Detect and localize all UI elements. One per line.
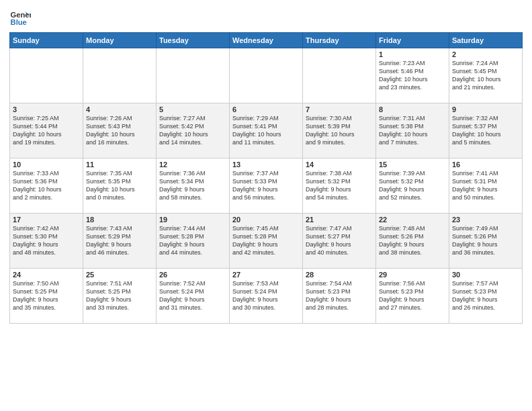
week-row-5: 24Sunrise: 7:50 AM Sunset: 5:25 PM Dayli… bbox=[10, 269, 523, 324]
day-number: 3 bbox=[13, 105, 80, 113]
day-number: 28 bbox=[306, 271, 373, 279]
calendar-cell: 8Sunrise: 7:31 AM Sunset: 5:38 PM Daylig… bbox=[376, 103, 449, 158]
calendar-cell: 11Sunrise: 7:35 AM Sunset: 5:35 PM Dayli… bbox=[83, 158, 157, 214]
day-number: 26 bbox=[159, 271, 226, 279]
day-info: Sunrise: 7:41 AM Sunset: 5:31 PM Dayligh… bbox=[452, 169, 519, 202]
day-info: Sunrise: 7:57 AM Sunset: 5:23 PM Dayligh… bbox=[452, 279, 519, 312]
svg-text:Blue: Blue bbox=[11, 18, 27, 26]
calendar-cell: 18Sunrise: 7:43 AM Sunset: 5:29 PM Dayli… bbox=[83, 214, 157, 269]
day-info: Sunrise: 7:26 AM Sunset: 5:43 PM Dayligh… bbox=[86, 114, 153, 147]
calendar-cell: 3Sunrise: 7:25 AM Sunset: 5:44 PM Daylig… bbox=[10, 103, 83, 158]
day-info: Sunrise: 7:51 AM Sunset: 5:25 PM Dayligh… bbox=[86, 279, 153, 312]
weekday-header-sunday: Sunday bbox=[10, 33, 83, 48]
calendar-cell: 20Sunrise: 7:45 AM Sunset: 5:28 PM Dayli… bbox=[230, 214, 303, 269]
day-info: Sunrise: 7:45 AM Sunset: 5:28 PM Dayligh… bbox=[232, 224, 300, 257]
calendar-cell: 5Sunrise: 7:27 AM Sunset: 5:42 PM Daylig… bbox=[157, 103, 230, 158]
page: General Blue SundayMondayTuesdayWednesda… bbox=[0, 0, 532, 411]
day-number: 4 bbox=[86, 105, 153, 113]
day-info: Sunrise: 7:36 AM Sunset: 5:34 PM Dayligh… bbox=[159, 169, 226, 202]
calendar-cell: 27Sunrise: 7:53 AM Sunset: 5:24 PM Dayli… bbox=[230, 269, 303, 324]
calendar-cell: 10Sunrise: 7:33 AM Sunset: 5:36 PM Dayli… bbox=[10, 158, 83, 214]
day-number: 17 bbox=[13, 216, 80, 224]
calendar-cell: 13Sunrise: 7:37 AM Sunset: 5:33 PM Dayli… bbox=[230, 158, 303, 214]
weekday-header-wednesday: Wednesday bbox=[230, 33, 303, 48]
calendar-cell: 24Sunrise: 7:50 AM Sunset: 5:25 PM Dayli… bbox=[10, 269, 83, 324]
day-info: Sunrise: 7:31 AM Sunset: 5:38 PM Dayligh… bbox=[379, 114, 446, 147]
day-number: 29 bbox=[379, 271, 446, 279]
day-info: Sunrise: 7:35 AM Sunset: 5:35 PM Dayligh… bbox=[86, 169, 153, 202]
day-number: 25 bbox=[86, 271, 153, 279]
day-info: Sunrise: 7:47 AM Sunset: 5:27 PM Dayligh… bbox=[306, 224, 373, 257]
day-number: 19 bbox=[159, 216, 226, 224]
calendar-cell: 15Sunrise: 7:39 AM Sunset: 5:32 PM Dayli… bbox=[376, 158, 449, 214]
day-number: 27 bbox=[232, 271, 300, 279]
day-number: 13 bbox=[232, 161, 300, 169]
day-info: Sunrise: 7:43 AM Sunset: 5:29 PM Dayligh… bbox=[86, 224, 153, 257]
day-info: Sunrise: 7:30 AM Sunset: 5:39 PM Dayligh… bbox=[306, 114, 373, 147]
day-info: Sunrise: 7:44 AM Sunset: 5:28 PM Dayligh… bbox=[159, 224, 226, 257]
day-info: Sunrise: 7:23 AM Sunset: 5:46 PM Dayligh… bbox=[379, 59, 446, 92]
day-info: Sunrise: 7:29 AM Sunset: 5:41 PM Dayligh… bbox=[232, 114, 300, 147]
day-info: Sunrise: 7:32 AM Sunset: 5:37 PM Dayligh… bbox=[452, 114, 519, 147]
day-number: 9 bbox=[452, 105, 519, 113]
day-info: Sunrise: 7:27 AM Sunset: 5:42 PM Dayligh… bbox=[159, 114, 226, 147]
day-number: 21 bbox=[306, 216, 373, 224]
day-number: 30 bbox=[452, 271, 519, 279]
logo-icon: General Blue bbox=[9, 7, 31, 28]
calendar-cell: 28Sunrise: 7:54 AM Sunset: 5:23 PM Dayli… bbox=[303, 269, 376, 324]
weekday-header-row: SundayMondayTuesdayWednesdayThursdayFrid… bbox=[10, 33, 523, 48]
calendar-cell: 26Sunrise: 7:52 AM Sunset: 5:24 PM Dayli… bbox=[157, 269, 230, 324]
day-info: Sunrise: 7:37 AM Sunset: 5:33 PM Dayligh… bbox=[232, 169, 300, 202]
weekday-header-monday: Monday bbox=[83, 33, 157, 48]
day-number: 5 bbox=[159, 105, 226, 113]
calendar-cell: 19Sunrise: 7:44 AM Sunset: 5:28 PM Dayli… bbox=[157, 214, 230, 269]
day-info: Sunrise: 7:49 AM Sunset: 5:26 PM Dayligh… bbox=[452, 224, 519, 257]
weekday-header-friday: Friday bbox=[376, 33, 449, 48]
calendar-cell: 4Sunrise: 7:26 AM Sunset: 5:43 PM Daylig… bbox=[83, 103, 157, 158]
weekday-header-thursday: Thursday bbox=[303, 33, 376, 48]
calendar-cell: 22Sunrise: 7:48 AM Sunset: 5:26 PM Dayli… bbox=[376, 214, 449, 269]
day-info: Sunrise: 7:50 AM Sunset: 5:25 PM Dayligh… bbox=[13, 279, 80, 312]
calendar-cell: 23Sunrise: 7:49 AM Sunset: 5:26 PM Dayli… bbox=[449, 214, 523, 269]
day-info: Sunrise: 7:48 AM Sunset: 5:26 PM Dayligh… bbox=[379, 224, 446, 257]
day-info: Sunrise: 7:54 AM Sunset: 5:23 PM Dayligh… bbox=[306, 279, 373, 312]
day-number: 11 bbox=[86, 161, 153, 169]
week-row-4: 17Sunrise: 7:42 AM Sunset: 5:30 PM Dayli… bbox=[10, 214, 523, 269]
weekday-header-saturday: Saturday bbox=[449, 33, 523, 48]
day-number: 1 bbox=[379, 50, 446, 58]
svg-text:General: General bbox=[11, 11, 31, 19]
calendar-cell: 14Sunrise: 7:38 AM Sunset: 5:32 PM Dayli… bbox=[303, 158, 376, 214]
calendar-cell: 17Sunrise: 7:42 AM Sunset: 5:30 PM Dayli… bbox=[10, 214, 83, 269]
day-info: Sunrise: 7:38 AM Sunset: 5:32 PM Dayligh… bbox=[306, 169, 373, 202]
weekday-header-tuesday: Tuesday bbox=[157, 33, 230, 48]
day-number: 24 bbox=[13, 271, 80, 279]
calendar-cell: 12Sunrise: 7:36 AM Sunset: 5:34 PM Dayli… bbox=[157, 158, 230, 214]
day-info: Sunrise: 7:56 AM Sunset: 5:23 PM Dayligh… bbox=[379, 279, 446, 312]
calendar-cell bbox=[10, 48, 83, 103]
week-row-1: 1Sunrise: 7:23 AM Sunset: 5:46 PM Daylig… bbox=[10, 48, 523, 103]
week-row-3: 10Sunrise: 7:33 AM Sunset: 5:36 PM Dayli… bbox=[10, 158, 523, 214]
header-area: General Blue bbox=[9, 7, 523, 28]
calendar-cell: 6Sunrise: 7:29 AM Sunset: 5:41 PM Daylig… bbox=[230, 103, 303, 158]
calendar-cell: 30Sunrise: 7:57 AM Sunset: 5:23 PM Dayli… bbox=[449, 269, 523, 324]
day-number: 14 bbox=[306, 161, 373, 169]
day-number: 15 bbox=[379, 161, 446, 169]
week-row-2: 3Sunrise: 7:25 AM Sunset: 5:44 PM Daylig… bbox=[10, 103, 523, 158]
calendar-cell: 16Sunrise: 7:41 AM Sunset: 5:31 PM Dayli… bbox=[449, 158, 523, 214]
day-number: 18 bbox=[86, 216, 153, 224]
calendar-table: SundayMondayTuesdayWednesdayThursdayFrid… bbox=[9, 32, 523, 324]
calendar-cell bbox=[157, 48, 230, 103]
day-number: 22 bbox=[379, 216, 446, 224]
day-number: 2 bbox=[452, 50, 519, 58]
day-number: 20 bbox=[232, 216, 300, 224]
day-info: Sunrise: 7:42 AM Sunset: 5:30 PM Dayligh… bbox=[13, 224, 80, 257]
calendar-cell bbox=[303, 48, 376, 103]
calendar-cell: 21Sunrise: 7:47 AM Sunset: 5:27 PM Dayli… bbox=[303, 214, 376, 269]
day-number: 10 bbox=[13, 161, 80, 169]
calendar-cell: 2Sunrise: 7:24 AM Sunset: 5:45 PM Daylig… bbox=[449, 48, 523, 103]
day-info: Sunrise: 7:24 AM Sunset: 5:45 PM Dayligh… bbox=[452, 59, 519, 92]
day-info: Sunrise: 7:39 AM Sunset: 5:32 PM Dayligh… bbox=[379, 169, 446, 202]
day-info: Sunrise: 7:52 AM Sunset: 5:24 PM Dayligh… bbox=[159, 279, 226, 312]
calendar-cell: 1Sunrise: 7:23 AM Sunset: 5:46 PM Daylig… bbox=[376, 48, 449, 103]
day-number: 12 bbox=[159, 161, 226, 169]
